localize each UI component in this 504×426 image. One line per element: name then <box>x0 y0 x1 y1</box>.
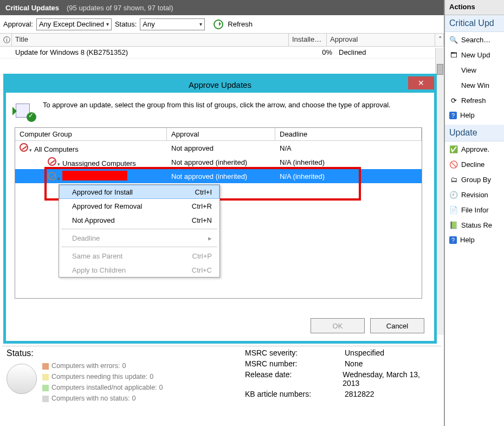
action-status-report[interactable]: 📗Status Re <box>445 217 504 233</box>
col-approval[interactable]: Approval <box>327 34 435 46</box>
status-icon: 📗 <box>449 221 458 229</box>
window-subtitle: (95 updates of 97 shown, 97 total) <box>67 4 173 12</box>
col-deadline[interactable]: Deadline <box>275 128 422 140</box>
status-filter-combo[interactable]: Any ▾ <box>140 18 205 30</box>
group-row-selected[interactable]: ▾ Not approved (inherited) N/A (inherite… <box>15 169 422 183</box>
action-decline[interactable]: 🚫Decline <box>445 157 504 172</box>
refresh-icon: ⟳ <box>449 96 458 105</box>
dialog-instruction: To approve an update, select the group f… <box>43 100 391 110</box>
computer-group-table: Computer Group Approval Deadline ▾All Co… <box>15 127 422 299</box>
action-search[interactable]: 🔍Search… <box>445 32 504 47</box>
ok-button[interactable]: OK <box>311 318 365 333</box>
search-icon: 🔍 <box>449 35 458 44</box>
table-row[interactable]: Update for Windows 8 (KB2751352) 0% Decl… <box>0 47 444 59</box>
approve-updates-dialog: Approve Updates ✕ To approve an update, … <box>3 74 437 344</box>
approval-filter-label: Approval: <box>3 20 33 28</box>
actions-pane: Actions Critical Upd 🔍Search… 🗔New Upd V… <box>444 0 504 426</box>
prohibit-icon <box>48 172 56 180</box>
close-button[interactable]: ✕ <box>408 76 434 89</box>
action-revision[interactable]: 🕘Revision <box>445 187 504 202</box>
actions-group-critical: Critical Upd <box>445 15 504 32</box>
help-icon: ? <box>449 112 457 119</box>
refresh-icon[interactable] <box>214 20 223 29</box>
menu-not-approved[interactable]: Not ApprovedCtrl+N <box>59 213 219 227</box>
window-title: Critical Updates <box>5 4 59 12</box>
dialog-title-bar: Approve Updates ✕ <box>6 76 434 93</box>
approval-context-menu: Approved for InstallCtrl+I Approved for … <box>59 184 220 277</box>
chevron-down-icon: ▾ <box>106 21 109 27</box>
col-icon[interactable]: ⓘ <box>0 34 12 46</box>
updates-grid-header: ⓘ Title Installe… Approval ˄ <box>0 34 444 47</box>
decline-icon: 🚫 <box>449 160 458 169</box>
group-icon: 🗂 <box>449 175 458 184</box>
prohibit-icon <box>48 157 56 166</box>
actions-group-update: Update <box>445 125 504 141</box>
filter-bar: Approval: Any Except Declined ▾ Status: … <box>0 15 444 34</box>
action-view[interactable]: View <box>445 62 504 78</box>
col-computer-group[interactable]: Computer Group <box>15 128 167 140</box>
status-panel: Status: Computers with errors:0 Computer… <box>2 346 441 421</box>
action-help-2[interactable]: ?Help <box>445 233 504 247</box>
menu-apply-children[interactable]: Apply to ChildrenCtrl+C <box>59 263 219 277</box>
titlebar: Critical Updates (95 updates of 97 shown… <box>0 0 444 15</box>
col-installed[interactable]: Installe… <box>289 34 327 46</box>
file-icon: 📄 <box>449 205 458 214</box>
scroll-up[interactable]: ˄ <box>435 34 444 46</box>
row-installed: 0% <box>298 47 335 57</box>
action-new-window[interactable]: New Win <box>445 78 504 93</box>
action-help[interactable]: ?Help <box>445 108 504 122</box>
action-approve[interactable]: ✅Approve. <box>445 141 504 157</box>
status-chart-icon <box>7 364 37 394</box>
revision-icon: 🕘 <box>449 190 458 199</box>
status-heading: Status: <box>7 348 245 358</box>
row-title: Update for Windows 8 (KB2751352) <box>12 47 298 57</box>
status-filter-label: Status: <box>115 20 137 28</box>
chevron-down-icon: ▾ <box>199 21 202 27</box>
menu-deadline[interactable]: Deadline▸ <box>59 231 219 245</box>
approval-filter-combo[interactable]: Any Except Declined ▾ <box>36 18 112 30</box>
col-title[interactable]: Title <box>12 34 289 46</box>
actions-header: Actions <box>445 0 504 15</box>
refresh-link[interactable]: Refresh <box>228 20 253 28</box>
menu-approved-install[interactable]: Approved for InstallCtrl+I <box>59 185 219 199</box>
action-file-info[interactable]: 📄File Infor <box>445 202 504 217</box>
dialog-title: Approve Updates <box>189 80 251 89</box>
help-icon: ? <box>449 236 457 244</box>
action-refresh[interactable]: ⟳Refresh <box>445 93 504 108</box>
approve-icon: ✅ <box>449 145 458 153</box>
approve-icon <box>15 100 36 122</box>
action-group-by[interactable]: 🗂Group By <box>445 172 504 187</box>
col-approval[interactable]: Approval <box>167 128 275 140</box>
group-row-all[interactable]: ▾All Computers Not approved N/A <box>15 141 422 155</box>
redacted-group-name <box>62 171 127 180</box>
menu-same-as-parent[interactable]: Same as ParentCtrl+P <box>59 249 219 263</box>
group-row-unassigned[interactable]: ▾Unassigned Computers Not approved (inhe… <box>15 155 422 169</box>
new-update-icon: 🗔 <box>449 50 458 59</box>
prohibit-icon <box>20 143 28 152</box>
menu-approved-removal[interactable]: Approved for RemovalCtrl+R <box>59 199 219 213</box>
cancel-button[interactable]: Cancel <box>370 318 424 333</box>
action-new-update[interactable]: 🗔New Upd <box>445 47 504 62</box>
row-approval: Declined <box>335 47 444 57</box>
